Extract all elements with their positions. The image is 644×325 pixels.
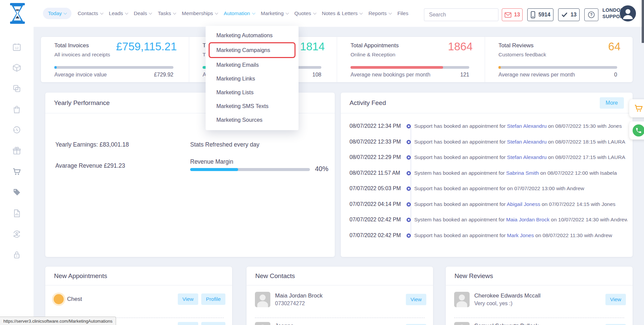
nav-item-marketing[interactable]: Marketing: [261, 10, 288, 16]
app-logo-hourglass-icon[interactable]: [9, 3, 26, 24]
nav-label: Deals: [134, 10, 147, 16]
tasks-badge[interactable]: 13: [558, 8, 580, 21]
feed-entry: 07/07/2022 02:42 PMSupport has booked an…: [350, 231, 627, 239]
cart-icon[interactable]: [12, 167, 21, 176]
phone-icon: [633, 124, 644, 137]
dropdown-item-marketing-lists[interactable]: Marketing Lists: [206, 86, 299, 99]
feed-client-link[interactable]: Mark Jones: [507, 232, 534, 238]
gift-icon[interactable]: [12, 146, 21, 156]
timeline-marker-icon: [407, 186, 411, 191]
phone-float-button[interactable]: [629, 121, 644, 140]
nav-label: Leads: [109, 10, 123, 16]
contact-phone: 0730274272: [275, 301, 323, 307]
dropdown-item-marketing-campaigns[interactable]: Marketing Campaigns: [209, 42, 296, 58]
nav-label: Marketing: [261, 10, 284, 16]
feed-text: Support has booked an appointment for St…: [414, 139, 627, 145]
contact-avatar: [255, 292, 270, 307]
contact-row: Maia Jordan Brock0730274272 View: [255, 290, 426, 309]
profile-button[interactable]: Profile: [201, 293, 225, 305]
cart-float-button[interactable]: [629, 99, 644, 117]
messages-badge[interactable]: 13: [502, 8, 523, 21]
activity-feed-list: 08/07/2022 12:34 PMSupport has booked an…: [341, 113, 633, 257]
copy-icon[interactable]: [12, 84, 21, 93]
nav-item-leads[interactable]: Leads: [109, 10, 128, 16]
user-sync-icon[interactable]: [12, 229, 21, 239]
nav-item-deals[interactable]: Deals: [134, 10, 152, 16]
stat-bottom-label: Average invoice value: [54, 72, 107, 78]
feed-client-link[interactable]: Stefan Alexandru: [507, 139, 547, 145]
view-button[interactable]: View: [406, 294, 426, 305]
nav-item-reports[interactable]: Reports: [368, 10, 391, 16]
lock-icon[interactable]: [12, 250, 21, 260]
feed-client-link[interactable]: Stefan Alexandru: [507, 154, 547, 160]
new-appointments-panel: New Appointments Chest View Profile Boto…: [45, 267, 232, 325]
contact-name: Maia Jordan Brock: [275, 292, 323, 299]
profile-button[interactable]: Profile: [201, 322, 225, 325]
yearly-earnings: Yearly Earnings: £83,001.18: [55, 141, 129, 148]
view-button[interactable]: View: [178, 322, 198, 325]
stat-progress-bar: [498, 66, 617, 69]
dropdown-item-marketing-links[interactable]: Marketing Links: [206, 72, 299, 86]
revenue-margin-label: Revenue Margin: [190, 158, 233, 165]
help-button[interactable]: ?: [584, 8, 598, 21]
dropdown-item-marketing-sources[interactable]: Marketing Sources: [206, 113, 299, 127]
panel-title: New Contacts: [255, 272, 295, 280]
feed-text-before: Support has booked an appointment for: [414, 201, 507, 207]
calendar-icon[interactable]: 12: [12, 42, 21, 52]
feed-text: System has booked an appointment for Mai…: [414, 217, 627, 223]
feed-text-after: on 08/07/2022 15:30 with Jones: [547, 123, 622, 129]
more-button[interactable]: More: [600, 97, 624, 109]
search-input[interactable]: [424, 9, 503, 21]
feed-client-link[interactable]: Abigail Joness: [507, 201, 540, 207]
history-icon[interactable]: [12, 125, 21, 135]
search-box: [424, 8, 498, 21]
stat-subtitle: All invoices and receipts: [54, 52, 110, 58]
nav-item-today[interactable]: Today: [43, 8, 71, 19]
dropdown-item-marketing-automations[interactable]: Marketing Automations: [206, 29, 299, 42]
feed-text-before: System has booked an appointment for: [414, 170, 506, 176]
feed-client-link[interactable]: Stefan Alexandru: [507, 123, 547, 129]
nav-item-quotes[interactable]: Quotes: [294, 10, 316, 16]
stats-refresh-note: Stats Refreshed every day: [190, 141, 259, 148]
review-row: Cherokee Edwards MccallVery cool, yes :)…: [454, 290, 626, 309]
main-nav: Today Contacts Leads Deals Tasks Members…: [43, 0, 408, 27]
nav-item-contacts[interactable]: Contacts: [77, 10, 103, 16]
shopping-bag-icon[interactable]: [12, 105, 21, 114]
dropdown-item-marketing-emails[interactable]: Marketing Emails: [206, 58, 299, 72]
nav-item-automation[interactable]: Automation: [224, 10, 255, 16]
nav-label: Tasks: [158, 10, 171, 16]
nav-item-memberships[interactable]: Memberships: [182, 10, 218, 16]
feed-client-link[interactable]: Sabrina Smith: [506, 170, 539, 176]
side-toolbar: 12: [0, 27, 34, 325]
calls-badge[interactable]: 5914: [527, 8, 553, 21]
timeline-marker-icon: [407, 233, 411, 238]
feed-time: 08/07/2022 12:33 PM: [350, 139, 407, 145]
appointment-label: Chest: [67, 296, 82, 303]
price-tag-icon[interactable]: [12, 188, 21, 197]
scrollbar-thumb[interactable]: [642, 0, 644, 43]
timeline-marker-icon: [407, 155, 411, 160]
feed-text: Support has booked an appointment for Ab…: [414, 201, 627, 207]
chevron-down-icon: [215, 11, 218, 14]
package-icon[interactable]: [12, 63, 21, 72]
report-icon[interactable]: [12, 209, 21, 218]
stat-progress-bar: [54, 66, 173, 69]
nav-item-notes-letters[interactable]: Notes & Letters: [322, 10, 363, 16]
feed-time: 07/07/2022 02:42 PM: [350, 232, 407, 238]
nav-label: Today: [48, 10, 62, 16]
feed-client-link[interactable]: Maia Jordan Brock: [506, 217, 549, 222]
nav-label: Reports: [368, 10, 386, 16]
view-button[interactable]: View: [178, 293, 198, 305]
nav-label: Files: [397, 10, 409, 16]
check-icon: [561, 12, 568, 18]
user-avatar[interactable]: [620, 5, 636, 21]
timeline-marker-icon: [407, 202, 411, 207]
chevron-down-icon: [100, 11, 103, 14]
nav-item-files[interactable]: Files: [397, 10, 409, 16]
nav-item-tasks[interactable]: Tasks: [158, 10, 176, 16]
feed-text-after: on 08/07/2022 18:15 with LAURA: [547, 139, 625, 145]
view-button[interactable]: View: [605, 294, 626, 305]
chevron-down-icon: [388, 11, 392, 14]
browser-link-preview: https://server3.clinicsoftware.com/Marke…: [0, 317, 116, 325]
dropdown-item-marketing-sms-texts[interactable]: Marketing SMS Texts: [206, 99, 299, 113]
